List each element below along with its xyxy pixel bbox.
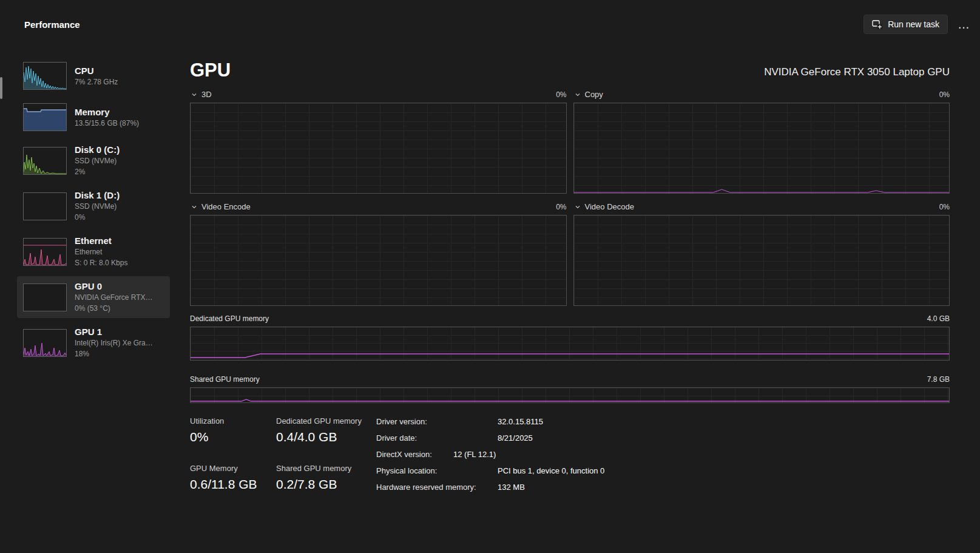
shared-memory-label: Shared GPU memory (190, 375, 260, 384)
gpu-statistics: Utilization 0% Dedicated GPU memory 0.4/… (190, 416, 950, 498)
header-actions: Run new task … (863, 15, 972, 34)
gpu0-mini-graph (23, 283, 67, 311)
detail-label: Driver version: (376, 416, 498, 427)
stat-value: 0% (190, 430, 276, 444)
header: Performance Run new task … (0, 0, 980, 49)
disk1-mini-graph (23, 192, 67, 220)
sidebar-item-detail: SSD (NVMe) (75, 156, 120, 166)
sidebar-item-disk0[interactable]: Disk 0 (C:) SSD (NVMe) 2% (17, 140, 170, 182)
chevron-down-icon (191, 204, 197, 210)
detail-value: PCI bus 1, device 0, function 0 (498, 466, 604, 477)
detail-label: DirectX version: (376, 449, 453, 460)
sidebar-item-name: Memory (75, 107, 139, 117)
chevron-down-icon (575, 204, 581, 210)
detail-label: Driver date: (376, 433, 498, 444)
sidebar-item-detail: 7% 2.78 GHz (75, 77, 118, 87)
gpu-section-title: GPU (190, 59, 231, 81)
stat-label: Dedicated GPU memory (276, 416, 376, 426)
graph-label: Video Encode (201, 202, 251, 211)
engine-select-video-encode[interactable] (190, 204, 198, 210)
detail-label: Physical location: (376, 466, 498, 477)
graph-panel-3d: 3D 0% (190, 90, 567, 194)
ellipsis-icon: … (958, 18, 970, 31)
run-new-task-icon (872, 19, 882, 29)
sidebar-item-detail: 0% (75, 212, 120, 222)
stat-label: Utilization (190, 416, 276, 426)
page-title: Performance (24, 19, 80, 30)
sidebar-item-name: Disk 1 (D:) (75, 190, 120, 200)
shared-memory-section: Shared GPU memory 7.8 GB (190, 375, 950, 403)
detail-driver-date: Driver date: 8/21/2025 (376, 433, 604, 444)
graph-label: 3D (201, 90, 212, 99)
graph-panel-video-encode: Video Encode 0% (190, 202, 567, 306)
sidebar-item-disk1[interactable]: Disk 1 (D:) SSD (NVMe) 0% (17, 185, 170, 227)
detail-value: 132 MB (498, 482, 525, 493)
sidebar-item-detail: 0% (53 °C) (75, 304, 152, 313)
sidebar-item-name: GPU 1 (75, 327, 153, 337)
graph-label: Video Decode (585, 202, 634, 211)
engine-graphs: 3D 0% Copy 0% (190, 90, 950, 306)
run-new-task-label: Run new task (888, 19, 939, 29)
chevron-down-icon (191, 92, 197, 98)
detail-directx-version: DirectX version: 12 (FL 12.1) (376, 449, 604, 460)
dedicated-memory-section: Dedicated GPU memory 4.0 GB (190, 314, 950, 361)
graph-percent: 0% (556, 203, 566, 211)
graph-percent: 0% (939, 203, 950, 211)
sidebar-item-detail: Ethernet (75, 247, 127, 257)
sidebar-item-detail: 2% (75, 167, 120, 177)
stat-dedicated-memory: Dedicated GPU memory 0.4/4.0 GB (276, 416, 376, 452)
sidebar-item-detail: NVIDIA GeForce RTX… (75, 293, 152, 302)
sidebar-item-name: GPU 0 (75, 281, 152, 291)
sidebar-item-name: CPU (75, 66, 118, 76)
detail-label: Hardware reserved memory: (376, 482, 498, 493)
graph-percent: 0% (939, 90, 950, 99)
dedicated-memory-label: Dedicated GPU memory (190, 314, 269, 323)
sidebar: CPU 7% 2.78 GHz Memory 13.5/15.6 GB (87%… (0, 49, 176, 553)
graph-3d[interactable] (190, 103, 567, 194)
graph-copy[interactable] (573, 103, 950, 194)
driver-details: Driver version: 32.0.15.8115 Driver date… (376, 416, 604, 498)
main-content: GPU NVIDIA GeForce RTX 3050 Laptop GPU 3… (176, 49, 980, 553)
sidebar-item-detail: 18% (75, 349, 153, 359)
sidebar-item-memory[interactable]: Memory 13.5/15.6 GB (87%) (17, 98, 170, 136)
shared-memory-graph[interactable] (190, 387, 950, 403)
graph-percent: 0% (556, 90, 566, 99)
detail-driver-version: Driver version: 32.0.15.8115 (376, 416, 604, 427)
stat-value: 0.4/4.0 GB (276, 430, 376, 444)
stat-gpu-memory: GPU Memory 0.6/11.8 GB (190, 464, 276, 499)
sidebar-item-detail: SSD (NVMe) (75, 202, 120, 211)
sidebar-item-gpu0[interactable]: GPU 0 NVIDIA GeForce RTX… 0% (53 °C) (17, 276, 170, 318)
stat-label: Shared GPU memory (276, 464, 376, 473)
stat-value: 0.6/11.8 GB (190, 477, 276, 492)
sidebar-item-detail: S: 0 R: 8.0 Kbps (75, 258, 127, 268)
stat-label: GPU Memory (190, 464, 276, 473)
stat-utilization: Utilization 0% (190, 416, 276, 452)
disk0-mini-graph (23, 147, 67, 175)
sidebar-item-ethernet[interactable]: Ethernet Ethernet S: 0 R: 8.0 Kbps (17, 231, 170, 273)
detail-value: 32.0.15.8115 (498, 416, 543, 427)
graph-panel-copy: Copy 0% (573, 90, 950, 194)
engine-select-video-decode[interactable] (573, 204, 582, 210)
dedicated-memory-max: 4.0 GB (927, 314, 950, 323)
cpu-mini-graph (23, 62, 67, 90)
sidebar-item-detail: 13.5/15.6 GB (87%) (75, 118, 139, 128)
graph-panel-video-decode: Video Decode 0% (573, 202, 950, 306)
detail-physical-location: Physical location: PCI bus 1, device 0, … (376, 466, 604, 477)
sidebar-item-cpu[interactable]: CPU 7% 2.78 GHz (17, 57, 170, 95)
engine-select-3d[interactable] (190, 92, 198, 98)
memory-mini-graph (23, 103, 67, 131)
sidebar-item-gpu1[interactable]: GPU 1 Intel(R) Iris(R) Xe Gra… 18% (17, 322, 170, 364)
chevron-down-icon (575, 92, 581, 98)
engine-select-copy[interactable] (573, 92, 582, 98)
stat-value: 0.2/7.8 GB (276, 477, 376, 492)
gpu-device-name: NVIDIA GeForce RTX 3050 Laptop GPU (764, 66, 950, 81)
graph-video-decode[interactable] (573, 215, 950, 306)
sidebar-item-detail: Intel(R) Iris(R) Xe Gra… (75, 338, 153, 348)
detail-value: 8/21/2025 (498, 433, 533, 444)
gpu1-mini-graph (23, 329, 67, 357)
graph-video-encode[interactable] (190, 215, 567, 306)
more-options-button[interactable]: … (956, 18, 972, 31)
stat-shared-memory: Shared GPU memory 0.2/7.8 GB (276, 464, 376, 499)
dedicated-memory-graph[interactable] (190, 327, 950, 361)
run-new-task-button[interactable]: Run new task (863, 15, 948, 34)
